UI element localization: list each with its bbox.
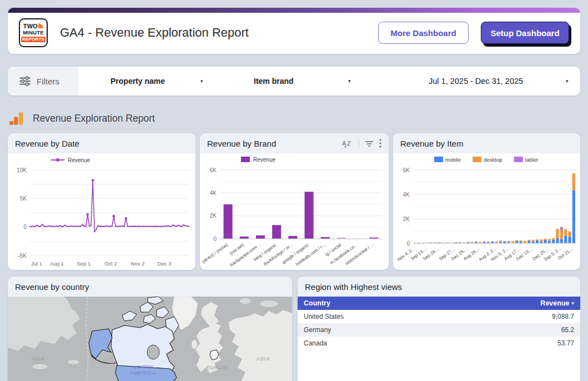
svg-text:0: 0 <box>406 240 410 247</box>
item-bar-mobile[interactable] <box>503 241 506 243</box>
item-bar-desktop[interactable] <box>536 239 539 240</box>
svg-text:2K: 2K <box>210 213 217 219</box>
date-range-caret-icon[interactable]: ▾ <box>566 67 569 96</box>
revenue-by-item-chart: 02K4K6KmobiledesktoptabletNov 4, 2...Sep… <box>393 153 580 270</box>
item-bar-desktop[interactable] <box>507 241 510 242</box>
more-dashboard-button[interactable]: More Dashboard <box>378 22 469 44</box>
item-bar-desktop[interactable] <box>471 242 474 243</box>
logo-line-3: REPORTS <box>21 37 46 42</box>
item-bar-desktop[interactable] <box>459 242 461 243</box>
item-bar-mobile[interactable] <box>572 190 575 243</box>
svg-text:restockrocket / ...: restockrocket / ... <box>344 242 375 266</box>
svg-text:Jul 1: Jul 1 <box>31 260 42 267</box>
country-column-header[interactable]: Country <box>304 299 330 307</box>
svg-text:2K: 2K <box>403 216 410 222</box>
logo-line-1: TWO <box>23 23 38 29</box>
map-label-europe: EUROPE <box>206 365 229 370</box>
filter-icon[interactable] <box>365 139 374 147</box>
svg-text:-5K: -5K <box>18 253 27 259</box>
revenue-by-country-title: Revenue by country <box>15 282 89 292</box>
svg-text:mobile: mobile <box>445 157 461 163</box>
country-cell: Canada <box>304 339 327 347</box>
map-hudson-bay <box>147 345 159 359</box>
logo-wedge-icon <box>38 23 43 28</box>
item-brand-caret-icon[interactable]: ▾ <box>348 67 351 96</box>
kebab-menu-icon[interactable] <box>379 139 381 148</box>
item-bar-mobile[interactable] <box>568 237 571 243</box>
revenue-by-date-title: Revenue by Date <box>15 139 79 148</box>
item-bar-tablet[interactable] <box>560 227 563 230</box>
item-bar-desktop[interactable] <box>475 241 478 242</box>
item-bar-desktop[interactable] <box>540 239 542 242</box>
svg-text:Revenue: Revenue <box>68 157 90 163</box>
table-row[interactable]: United States9,088.7 <box>298 310 580 323</box>
item-bar-mobile[interactable] <box>556 238 559 243</box>
item-bar-desktop[interactable] <box>572 173 575 190</box>
item-bar-mobile[interactable] <box>536 240 539 243</box>
svg-text:Nov 2: Nov 2 <box>130 260 144 267</box>
item-bar-desktop[interactable] <box>511 241 514 243</box>
table-row[interactable]: Canada53.77 <box>298 337 580 350</box>
svg-text:Revenue: Revenue <box>253 157 275 163</box>
setup-dashboard-button[interactable]: Setup Dashboard <box>481 22 569 44</box>
item-bar-tablet[interactable] <box>499 240 502 241</box>
brand-bar[interactable] <box>224 204 233 239</box>
item-bar-mobile[interactable] <box>564 235 567 243</box>
item-brand-dropdown[interactable]: Item brand <box>254 67 294 96</box>
item-bar-desktop[interactable] <box>564 229 567 235</box>
item-bar-desktop[interactable] <box>515 240 518 241</box>
revenue-by-brand-chart: 02K4K6KRevenue(direct) / (none)(not set)… <box>200 153 389 270</box>
sliders-icon <box>19 76 31 86</box>
country-cell: Germany <box>304 326 331 334</box>
property-name-caret-icon[interactable]: ▾ <box>200 67 203 96</box>
item-bar-mobile[interactable] <box>515 241 518 243</box>
two-minute-reports-logo: TWO MINUTE REPORTS <box>19 18 48 47</box>
item-bar-mobile[interactable] <box>560 239 563 243</box>
item-bar-desktop[interactable] <box>524 241 526 243</box>
table-header-row: Country Revenue ▾ <box>298 297 580 310</box>
item-bar-desktop[interactable] <box>532 240 535 242</box>
map-label-north-america-1: NORTH <box>133 364 153 370</box>
date-range-picker[interactable]: Jul 1, 2025 - Dec 31, 2025 <box>429 67 523 96</box>
item-bar-desktop[interactable] <box>568 232 571 237</box>
item-bar-mobile[interactable] <box>527 240 530 243</box>
item-bar-desktop[interactable] <box>499 241 502 242</box>
item-bar-mobile[interactable] <box>532 241 535 243</box>
brand-bar[interactable] <box>272 225 281 239</box>
item-bar-desktop[interactable] <box>520 240 522 242</box>
svg-text:duckduckgo / or...: duckduckgo / or... <box>263 242 294 267</box>
brand-bar[interactable] <box>288 236 297 239</box>
item-bar-desktop[interactable] <box>556 229 559 238</box>
country-cell: United States <box>304 313 344 320</box>
item-bar-desktop[interactable] <box>560 230 563 239</box>
sort-desc-icon: ▾ <box>571 300 574 306</box>
item-bar-desktop[interactable] <box>544 239 546 240</box>
world-geo-map[interactable]: ASIA ASIA EUROPE NORTH AMERICA <box>8 297 292 381</box>
item-bar-desktop[interactable] <box>434 242 437 243</box>
logo-line-2: MINUTE <box>23 30 44 36</box>
svg-text:0: 0 <box>213 236 217 242</box>
item-bar-mobile[interactable] <box>552 239 555 243</box>
item-bar-mobile[interactable] <box>544 240 546 243</box>
item-bar-desktop[interactable] <box>552 238 555 240</box>
svg-text:Aug 1: Aug 1 <box>50 260 64 267</box>
brand-bar[interactable] <box>305 192 314 239</box>
brand-bar[interactable] <box>256 235 265 239</box>
item-bar-desktop[interactable] <box>548 239 551 240</box>
revenue-sort-header[interactable]: Revenue ▾ <box>540 299 574 307</box>
filters-toggle[interactable]: Filters <box>8 67 78 96</box>
item-bar-mobile[interactable] <box>548 241 551 243</box>
table-row[interactable]: Germany65.2 <box>298 323 580 337</box>
section-title: Revenue Exploration Report <box>33 113 155 124</box>
revenue-by-item-title: Revenue by Item <box>400 139 463 148</box>
sort-az-icon[interactable]: AZ <box>342 139 353 148</box>
item-bar-desktop[interactable] <box>487 242 490 243</box>
filters-label: Filters <box>37 77 59 86</box>
item-bar-desktop[interactable] <box>527 240 530 241</box>
svg-text:(direct) / (none): (direct) / (none) <box>201 242 229 264</box>
region-highest-views-card: Region with Highest views Country Revenu… <box>298 277 580 381</box>
brand-bar[interactable] <box>240 237 249 239</box>
svg-text:Z: Z <box>347 140 351 147</box>
map-label-north-america-2: AMERICA <box>129 370 156 376</box>
property-name-dropdown[interactable]: Property name <box>110 67 165 96</box>
